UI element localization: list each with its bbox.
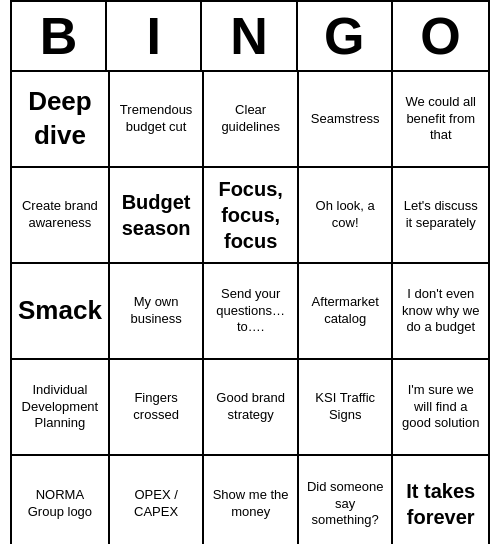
letter-o: O: [393, 2, 488, 70]
bingo-cell-20[interactable]: NORMA Group logo: [12, 456, 110, 544]
bingo-header: B I N G O: [12, 2, 488, 72]
bingo-cell-9[interactable]: Let's discuss it separately: [393, 168, 488, 264]
bingo-cell-12[interactable]: Send your questions… to….: [204, 264, 299, 360]
bingo-cell-14[interactable]: I don't even know why we do a budget: [393, 264, 488, 360]
letter-n: N: [202, 2, 297, 70]
bingo-cell-18[interactable]: KSI Traffic Signs: [299, 360, 394, 456]
bingo-cell-21[interactable]: OPEX / CAPEX: [110, 456, 205, 544]
bingo-cell-22[interactable]: Show me the money: [204, 456, 299, 544]
bingo-cell-4[interactable]: We could all benefit from that: [393, 72, 488, 168]
bingo-cell-5[interactable]: Create brand awareness: [12, 168, 110, 264]
bingo-cell-6[interactable]: Budget season: [110, 168, 205, 264]
bingo-cell-11[interactable]: My own business: [110, 264, 205, 360]
bingo-card: B I N G O Deep diveTremendous budget cut…: [10, 0, 490, 544]
bingo-cell-1[interactable]: Tremendous budget cut: [110, 72, 205, 168]
letter-i: I: [107, 2, 202, 70]
bingo-cell-0[interactable]: Deep dive: [12, 72, 110, 168]
bingo-cell-15[interactable]: Individual Development Planning: [12, 360, 110, 456]
bingo-cell-16[interactable]: Fingers crossed: [110, 360, 205, 456]
bingo-cell-13[interactable]: Aftermarket catalog: [299, 264, 394, 360]
letter-g: G: [298, 2, 393, 70]
bingo-cell-3[interactable]: Seamstress: [299, 72, 394, 168]
bingo-cell-17[interactable]: Good brand strategy: [204, 360, 299, 456]
bingo-cell-10[interactable]: Smack: [12, 264, 110, 360]
bingo-cell-23[interactable]: Did someone say something?: [299, 456, 394, 544]
bingo-cell-7[interactable]: Focus, focus, focus: [204, 168, 299, 264]
bingo-cell-19[interactable]: I'm sure we will find a good solution: [393, 360, 488, 456]
bingo-cell-8[interactable]: Oh look, a cow!: [299, 168, 394, 264]
letter-b: B: [12, 2, 107, 70]
bingo-cell-2[interactable]: Clear guidelines: [204, 72, 299, 168]
bingo-cell-24[interactable]: It takes forever: [393, 456, 488, 544]
bingo-grid: Deep diveTremendous budget cutClear guid…: [12, 72, 488, 544]
